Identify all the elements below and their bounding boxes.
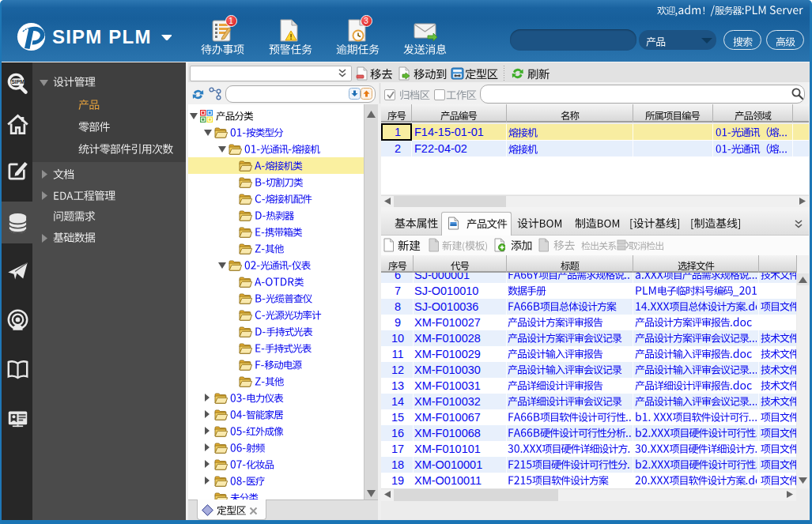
- svg-text:SIPM: SIPM: [11, 79, 25, 85]
